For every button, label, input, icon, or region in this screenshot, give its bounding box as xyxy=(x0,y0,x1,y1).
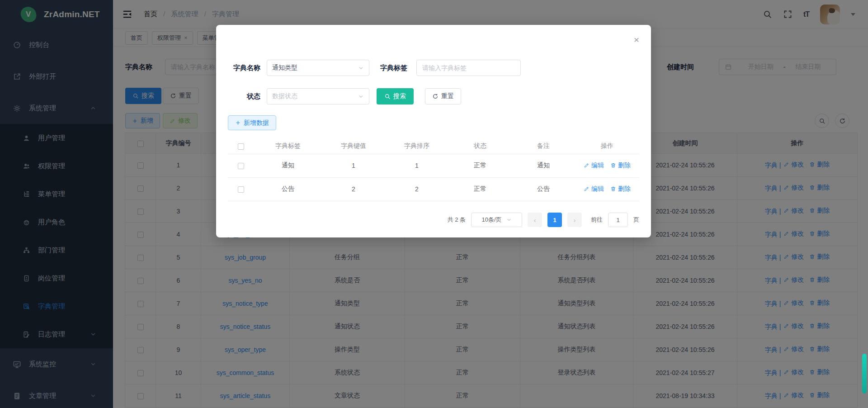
modal-table-row: 通知 1 1 正常 通知 编辑删除 xyxy=(228,154,639,177)
modal-pagination: 共 2 条 10条/页 ‹ 1 › 前往 页 xyxy=(228,213,639,227)
add-data-label: 新增数据 xyxy=(244,119,269,127)
modal-dict-tag-label: 字典标签 xyxy=(375,60,407,76)
header-status: 状态 xyxy=(448,138,512,154)
chevron-down-icon xyxy=(358,65,364,71)
trash-icon xyxy=(610,186,616,192)
pen-icon xyxy=(584,162,590,168)
modal-table-header-row: 字典标签 字典键值 字典排序 状态 备注 操作 xyxy=(228,138,639,154)
cell-remark: 通知 xyxy=(512,154,575,177)
dict-data-table: 字典标签 字典键值 字典排序 状态 备注 操作 通知 1 1 正常 通知 编辑删… xyxy=(228,138,639,201)
trash-icon xyxy=(610,162,616,168)
search-icon xyxy=(384,93,391,100)
cell-status: 正常 xyxy=(448,154,512,177)
cell-sort: 2 xyxy=(385,177,448,201)
dict-data-modal: × 字典名称 通知类型 字典标签 状态 数据状态 搜索 重置 新增数据 字典标签… xyxy=(216,25,651,237)
modal-status-label: 状态 xyxy=(228,88,260,104)
prev-page-button[interactable]: ‹ xyxy=(528,213,542,227)
cell-remark: 公告 xyxy=(512,177,575,201)
modal-table-row: 公告 2 2 正常 公告 编辑删除 xyxy=(228,177,639,201)
edit-link[interactable]: 编辑 xyxy=(584,161,604,170)
modal-dict-tag-input[interactable] xyxy=(416,60,521,76)
row-checkbox[interactable] xyxy=(238,163,244,169)
scrollbar-thumb[interactable] xyxy=(862,354,867,394)
cell-status: 正常 xyxy=(448,177,512,201)
select-all-checkbox[interactable] xyxy=(238,143,244,150)
close-icon[interactable]: × xyxy=(634,35,639,44)
row-checkbox[interactable] xyxy=(238,186,244,193)
header-actions: 操作 xyxy=(575,138,639,154)
edit-link[interactable]: 编辑 xyxy=(584,185,604,193)
modal-reset-button[interactable]: 重置 xyxy=(425,88,461,104)
add-data-button[interactable]: 新增数据 xyxy=(228,115,276,130)
status-placeholder: 数据状态 xyxy=(272,92,297,100)
modal-dict-name-label: 字典名称 xyxy=(228,60,260,76)
modal-reset-label: 重置 xyxy=(441,92,454,100)
current-page-button[interactable]: 1 xyxy=(547,213,562,227)
page-size-value: 10条/页 xyxy=(481,216,501,224)
pagination-total: 共 2 条 xyxy=(448,216,466,224)
modal-search-button[interactable]: 搜索 xyxy=(377,88,414,104)
goto-page-input[interactable] xyxy=(608,213,628,227)
cell-sort: 1 xyxy=(385,154,448,177)
refresh-icon xyxy=(432,93,439,100)
cell-label: 通知 xyxy=(254,154,322,177)
header-remark: 备注 xyxy=(512,138,575,154)
next-page-button[interactable]: › xyxy=(567,213,582,227)
modal-status-select[interactable]: 数据状态 xyxy=(267,88,369,104)
page-size-select[interactable]: 10条/页 xyxy=(471,213,522,227)
goto-prefix: 前往 xyxy=(591,216,603,224)
chevron-left-icon: ‹ xyxy=(534,216,536,224)
pen-icon xyxy=(584,186,590,192)
delete-link[interactable]: 删除 xyxy=(610,185,631,193)
selected-dict-name: 通知类型 xyxy=(272,64,297,72)
modal-dict-name-select[interactable]: 通知类型 xyxy=(267,60,369,76)
cell-label: 公告 xyxy=(254,177,322,201)
chevron-down-icon xyxy=(358,94,364,100)
goto-suffix: 页 xyxy=(633,216,639,224)
chevron-down-icon xyxy=(506,217,512,223)
modal-search-label: 搜索 xyxy=(393,92,406,100)
cell-value: 2 xyxy=(322,177,385,201)
header-dict-value: 字典键值 xyxy=(322,138,385,154)
plus-icon xyxy=(235,120,241,126)
delete-link[interactable]: 删除 xyxy=(610,161,631,170)
cell-value: 1 xyxy=(322,154,385,177)
header-dict-label: 字典标签 xyxy=(254,138,322,154)
header-dict-sort: 字典排序 xyxy=(385,138,448,154)
chevron-right-icon: › xyxy=(574,216,576,224)
